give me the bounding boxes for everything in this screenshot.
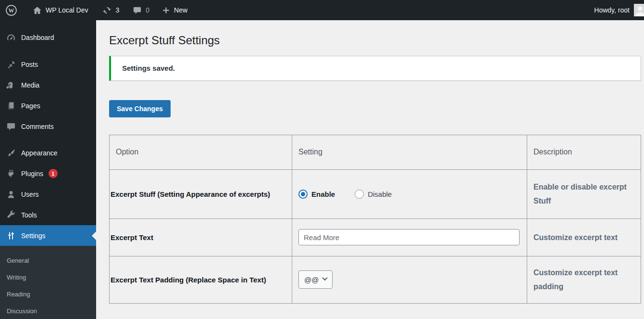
sidebar-item-label: Appearance bbox=[21, 149, 58, 157]
sidebar-item-label: Pages bbox=[21, 102, 40, 110]
table-row: Excerpt Text Padding (Replace Space in T… bbox=[110, 256, 641, 303]
sidebar-item-label: Comments bbox=[21, 123, 54, 130]
table-row: Excerpt Stuff (Setting Appearance of exc… bbox=[110, 169, 641, 218]
option-description: Enable or disable excerpt Stuff bbox=[527, 169, 641, 218]
pin-icon bbox=[6, 60, 16, 69]
comments-icon bbox=[6, 122, 16, 131]
wordpress-logo-icon: W bbox=[5, 4, 17, 16]
option-label: Excerpt Stuff (Setting Appearance of exc… bbox=[110, 169, 292, 218]
submenu-label: Writing bbox=[7, 274, 26, 281]
plugins-update-badge: 1 bbox=[49, 169, 58, 178]
sidebar-item-label: Posts bbox=[21, 61, 38, 68]
sidebar-item-label: Dashboard bbox=[21, 34, 54, 41]
wordpress-menu[interactable]: W bbox=[0, 0, 23, 20]
column-header-setting: Setting bbox=[292, 135, 527, 169]
updates-icon bbox=[102, 6, 111, 15]
settings-icon bbox=[6, 231, 16, 241]
radio-label: Enable bbox=[311, 190, 335, 198]
notice-text: Settings saved. bbox=[122, 64, 175, 72]
admin-sidebar: Dashboard Posts Media Pages bbox=[0, 20, 96, 319]
comments-count: 0 bbox=[146, 6, 149, 14]
option-description: Customize excerpt text bbox=[527, 218, 641, 256]
submenu-item-writing[interactable]: Writing bbox=[0, 269, 96, 286]
sidebar-item-tools[interactable]: Tools bbox=[0, 204, 96, 225]
sidebar-item-media[interactable]: Media bbox=[0, 75, 96, 95]
page-title: Excerpt Stuff Settings bbox=[109, 34, 641, 48]
sidebar-item-posts[interactable]: Posts bbox=[0, 54, 96, 75]
sidebar-item-users[interactable]: Users bbox=[0, 184, 96, 204]
disable-radio-option[interactable]: Disable bbox=[355, 190, 392, 199]
settings-submenu: General Writing Reading Discussion bbox=[0, 246, 96, 319]
sidebar-item-label: Users bbox=[21, 191, 39, 198]
active-item-arrow-icon bbox=[92, 231, 96, 240]
sidebar-item-appearance[interactable]: Appearance bbox=[0, 142, 96, 163]
sidebar-item-comments[interactable]: Comments bbox=[0, 116, 96, 137]
updates-count: 3 bbox=[115, 6, 119, 14]
padding-select[interactable]: @@ bbox=[298, 270, 333, 289]
save-changes-button[interactable]: Save Changes bbox=[109, 100, 171, 117]
option-label: Excerpt Text bbox=[110, 218, 292, 256]
howdy-text[interactable]: Howdy, root bbox=[594, 6, 630, 14]
radio-disable[interactable] bbox=[355, 190, 364, 199]
sidebar-item-label: Settings bbox=[21, 232, 46, 240]
main-content: Excerpt Stuff Settings Settings saved. S… bbox=[96, 20, 644, 319]
comment-bubble-icon bbox=[133, 6, 142, 15]
dashboard-icon bbox=[6, 33, 16, 42]
sidebar-item-label: Media bbox=[21, 81, 39, 89]
sidebar-item-label: Tools bbox=[21, 211, 37, 219]
new-label: New bbox=[174, 6, 187, 14]
sidebar-item-label: Plugins bbox=[21, 170, 43, 178]
site-name: WP Local Dev bbox=[46, 6, 88, 14]
plugins-icon bbox=[6, 169, 16, 179]
submenu-item-reading[interactable]: Reading bbox=[0, 286, 96, 303]
users-icon bbox=[6, 190, 16, 199]
home-icon bbox=[33, 6, 42, 15]
submenu-item-discussion[interactable]: Discussion bbox=[0, 303, 96, 319]
radio-label: Disable bbox=[368, 190, 392, 198]
updates-indicator[interactable]: 3 bbox=[97, 0, 124, 20]
site-link[interactable]: WP Local Dev bbox=[27, 0, 93, 20]
sidebar-item-settings[interactable]: Settings bbox=[0, 225, 96, 246]
column-header-option: Option bbox=[110, 135, 292, 169]
table-row: Excerpt Text Customize excerpt text bbox=[110, 218, 641, 256]
option-description: Customize excerpt text padding bbox=[527, 256, 641, 303]
appearance-icon bbox=[6, 148, 16, 158]
settings-table: Option Setting Description Excerpt Stuff… bbox=[109, 135, 641, 304]
submenu-label: Discussion bbox=[7, 307, 37, 315]
new-content-button[interactable]: New bbox=[157, 0, 193, 20]
option-label: Excerpt Text Padding (Replace Space in T… bbox=[110, 256, 292, 303]
admin-bar: W WP Local Dev 3 0 New Howdy, root bbox=[0, 0, 644, 20]
media-icon bbox=[6, 80, 16, 90]
pages-icon bbox=[6, 101, 16, 111]
submenu-item-general[interactable]: General bbox=[0, 252, 96, 269]
svg-text:W: W bbox=[9, 7, 14, 13]
plus-icon bbox=[162, 6, 170, 14]
chevron-down-icon bbox=[322, 275, 328, 281]
submenu-label: Reading bbox=[7, 291, 30, 298]
comments-indicator[interactable]: 0 bbox=[127, 0, 155, 20]
selected-value: @@ bbox=[304, 276, 319, 284]
sidebar-item-dashboard[interactable]: Dashboard bbox=[0, 27, 96, 48]
radio-enable[interactable] bbox=[298, 190, 308, 199]
tools-icon bbox=[6, 210, 16, 220]
enable-radio-option[interactable]: Enable bbox=[298, 190, 335, 199]
excerpt-text-input[interactable] bbox=[298, 229, 520, 245]
table-header-row: Option Setting Description bbox=[110, 135, 641, 169]
sidebar-item-plugins[interactable]: Plugins 1 bbox=[0, 163, 96, 184]
enable-disable-radio-group: Enable Disable bbox=[298, 190, 520, 199]
settings-saved-notice: Settings saved. bbox=[109, 56, 641, 81]
user-avatar[interactable] bbox=[634, 4, 644, 16]
sidebar-item-pages[interactable]: Pages bbox=[0, 95, 96, 116]
submenu-label: General bbox=[7, 257, 29, 264]
column-header-description: Description bbox=[527, 135, 641, 169]
